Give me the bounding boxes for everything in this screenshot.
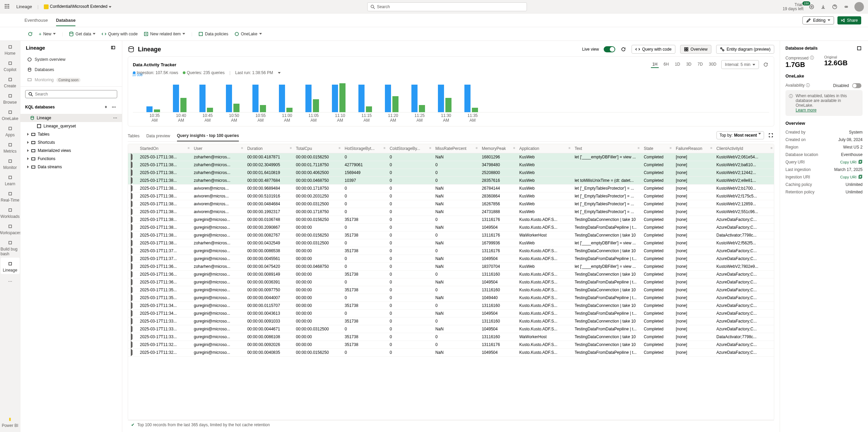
range-6H[interactable]: 6H [662,61,670,68]
sort-by-dropdown[interactable]: Top by: Most recent [716,131,764,139]
expand-row-icon[interactable] [128,278,137,286]
expand-row-icon[interactable] [128,231,137,239]
filter-icon[interactable]: ≡ [339,146,341,150]
onelake-button[interactable]: OneLake [234,32,262,36]
live-view-toggle[interactable] [604,46,615,52]
col-header[interactable]: ClientActivityId≡ [714,144,774,153]
help-icon[interactable] [831,3,838,10]
col-header[interactable]: HotStorageByt...≡ [342,144,387,153]
sidepanel-search[interactable] [25,90,117,98]
info-icon[interactable]: ⓘ [806,83,810,88]
rail-lineage[interactable]: Lineage [1,258,20,274]
rail-home[interactable]: Home [1,41,20,57]
tab-preview[interactable]: Data preview [146,131,170,141]
expand-row-icon[interactable] [128,317,137,325]
expand-row-icon[interactable] [128,255,137,263]
table-row[interactable]: 2025-03-17T11:32...guregini@microso...00… [128,341,774,349]
table-row[interactable]: 2025-03-17T11:38...avivoren@micros...00:… [128,192,774,200]
refresh-icon[interactable] [620,46,627,53]
rail-metrics[interactable]: Metrics [1,139,20,155]
col-header[interactable]: ColdStorageBy...≡ [387,144,433,153]
fullscreen-icon[interactable] [767,132,774,139]
table-row[interactable]: 2025-03-17T11:38...guregini@microso...00… [128,224,774,231]
sensitivity-label[interactable]: Confidential\Microsoft Extended [44,4,111,9]
table-row[interactable]: 2025-03-17T11:38...avivoren@micros...00:… [128,200,774,208]
tree-item-more-icon[interactable]: ⋯ [113,116,117,120]
range-7D[interactable]: 7D [696,61,704,68]
expand-row-icon[interactable] [128,286,137,294]
feedback-icon[interactable] [843,3,850,10]
breadcrumb-db[interactable]: Lineage [16,4,32,9]
interval-dropdown[interactable]: Interval: 5 min [721,60,759,69]
expand-row-icon[interactable] [128,310,137,317]
table-row[interactable]: 2025-03-17T11:38...zoharhen@micros...00:… [128,169,774,177]
tree-db-lineage[interactable]: Lineage ⋯ [20,114,122,122]
entity-diagram-tab[interactable]: Entity diagram (preview) [716,45,774,54]
tab-query-insights[interactable]: Query insights - top 100 queries [177,131,239,141]
range-30D[interactable]: 30D [708,61,718,68]
expand-row-icon[interactable] [128,161,137,169]
table-row[interactable]: 2025-03-17T11:33...guregini@microso...00… [128,325,774,333]
table-row[interactable]: 2025-03-17T11:33...guregini@microso...00… [128,317,774,325]
expand-row-icon[interactable] [128,169,137,177]
download-icon[interactable] [820,3,827,10]
rail-create[interactable]: Create [1,73,20,90]
new-related-button[interactable]: New related item [144,32,185,36]
rail-copilot[interactable]: Copilot [1,57,20,73]
tree-folder-materialized views[interactable]: Materialized views [20,146,122,155]
expand-row-icon[interactable] [128,333,137,341]
expand-row-icon[interactable] [128,177,137,185]
rail-monitor[interactable]: Monitor [1,155,20,171]
expand-row-icon[interactable] [128,263,137,271]
filter-icon[interactable]: ≡ [429,146,431,150]
filter-icon[interactable]: ≡ [384,146,386,150]
data-policies-button[interactable]: Data policies [198,32,228,36]
app-launcher-icon[interactable] [4,3,11,10]
col-header[interactable]: FailureReason≡ [673,144,714,153]
tab-database[interactable]: Database [56,14,76,26]
filter-icon[interactable]: ≡ [476,146,478,150]
trial-indicator[interactable]: Trial:19 days left 150 [783,3,803,11]
filter-icon[interactable]: ≡ [770,146,773,150]
table-row[interactable]: 2025-03-17T11:36...zoharhen@micros...00:… [128,263,774,271]
expand-row-icon[interactable] [128,341,137,349]
table-row[interactable]: 2025-03-17T11:33...guregini@microso...00… [128,333,774,341]
expand-details-icon[interactable] [856,45,863,52]
copy-uri-link[interactable]: Copy URI [840,160,863,165]
table-row[interactable]: 2025-03-17T11:38...avivoren@micros...00:… [128,208,774,216]
tab-eventhouse[interactable]: Eventhouse [24,14,48,26]
expand-row-icon[interactable] [128,224,137,231]
col-header[interactable]: StartedOn≡ [137,144,191,153]
tree-queryset[interactable]: Lineage_queryset [20,122,122,130]
rail-realtime[interactable]: Real-Time [1,188,20,204]
learn-more-link[interactable]: Learn more [796,108,816,113]
rail-onelake[interactable]: OneLake [1,106,20,122]
new-button[interactable]: +New [39,31,56,37]
rail-apps[interactable]: Apps [1,122,20,139]
onelake-toggle[interactable] [852,83,861,88]
expand-row-icon[interactable] [128,208,137,216]
avatar[interactable] [854,2,864,12]
add-database-icon[interactable]: + [103,104,109,110]
range-1H[interactable]: 1H [651,61,659,68]
col-header[interactable]: User≡ [191,144,244,153]
filter-icon[interactable]: ≡ [290,146,292,150]
table-row[interactable]: 2025-03-17T11:36...guregini@microso...00… [128,271,774,278]
tree-folder-data streams[interactable]: Data streams [20,163,122,171]
table-row[interactable]: 2025-03-17T11:32...guregini@microso...00… [128,349,774,357]
copy-uri-link[interactable]: Copy URI [840,175,863,179]
rail-powerbi[interactable]: ▮Power BI [1,413,20,429]
table-row[interactable]: 2025-03-17T11:37...guregini@microso...00… [128,255,774,263]
table-row[interactable]: 2025-03-17T11:38...zoharhen@micros...00:… [128,161,774,169]
expand-row-icon[interactable] [128,185,137,192]
filter-icon[interactable]: ≡ [569,146,571,150]
refresh-button[interactable] [28,32,33,36]
rail-more[interactable]: ⋯ [1,275,20,286]
table-row[interactable]: 2025-03-17T11:38...guregini@microso...00… [128,231,774,239]
overview-tab[interactable]: Overview [680,45,711,54]
expand-row-icon[interactable] [128,153,137,161]
filter-icon[interactable]: ≡ [710,146,712,150]
table-row[interactable]: 2025-03-17T11:38...guregini@microso...00… [128,216,774,224]
expand-row-icon[interactable] [128,325,137,333]
table-row[interactable]: 2025-03-17T11:38...zoharhen@micros...00:… [128,177,774,185]
